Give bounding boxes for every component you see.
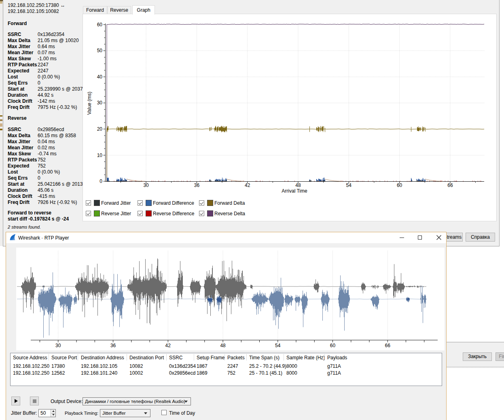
svg-text:40: 40: [97, 74, 103, 80]
svg-text:54: 54: [275, 343, 281, 348]
svg-text:66: 66: [447, 182, 453, 188]
svg-text:20: 20: [97, 126, 103, 132]
svg-text:48: 48: [295, 182, 301, 188]
svg-text:Arrival Time: Arrival Time: [282, 188, 307, 194]
svg-text:42: 42: [165, 343, 171, 348]
svg-text:66: 66: [385, 343, 391, 348]
svg-text:30: 30: [143, 182, 149, 188]
svg-text:36: 36: [110, 343, 116, 348]
svg-text:10: 10: [97, 153, 103, 158]
svg-text:54: 54: [346, 182, 352, 188]
svg-text:50: 50: [97, 48, 103, 53]
svg-text:60: 60: [330, 343, 336, 348]
svg-text:0: 0: [100, 178, 102, 184]
svg-text:30: 30: [97, 100, 103, 106]
svg-text:36: 36: [194, 182, 200, 188]
svg-text:42: 42: [245, 182, 250, 188]
svg-text:48: 48: [220, 343, 226, 348]
svg-text:60: 60: [397, 182, 402, 188]
svg-text:Value (ms): Value (ms): [87, 91, 92, 115]
svg-text:60: 60: [97, 22, 103, 28]
svg-text:30: 30: [55, 343, 61, 348]
